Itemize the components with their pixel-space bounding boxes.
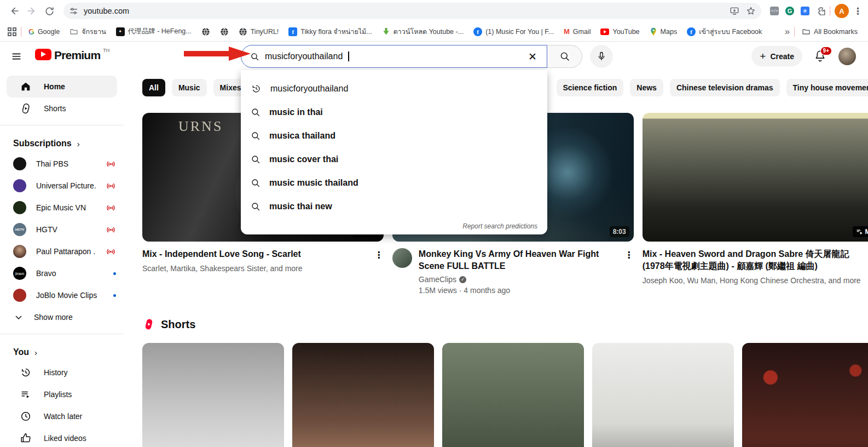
video-menu-icon[interactable]: ⋮ xyxy=(624,248,634,296)
gmail-icon: M xyxy=(564,27,570,36)
video-title[interactable]: Monkey King Vs Army Of Heaven War Fight … xyxy=(419,248,618,272)
download-arrow-icon xyxy=(382,27,390,36)
bookmarks-divider xyxy=(21,27,21,37)
chip-chinese-tv-dramas[interactable]: Chinese television dramas xyxy=(670,79,780,96)
sidebar-item-playlists[interactable]: Playlists xyxy=(7,383,117,405)
chip-news[interactable]: News xyxy=(630,79,663,96)
youtube-premium-logo[interactable]: Premium TH xyxy=(35,49,109,62)
chip-tiny-house[interactable]: Tiny house movement xyxy=(786,79,868,96)
sidebar-channel-paul-pattarapon[interactable]: Paul Pattarapon ... xyxy=(0,240,124,262)
sidebar-channel-joblo[interactable]: JoBlo Movie Clips xyxy=(0,284,124,306)
short-card[interactable] xyxy=(142,343,284,447)
bookmarks-overflow-icon[interactable]: » xyxy=(785,26,790,37)
video-subtitle: Scarlet, Martika, Shakespears Sister, an… xyxy=(142,263,368,274)
bookmark-item[interactable]: f(1) Music For You | F... xyxy=(471,26,557,38)
sidebar-channel-bravo[interactable]: bravo Bravo xyxy=(0,262,124,284)
bookmark-item[interactable]: Maps xyxy=(647,26,680,38)
sidebar-channel-hgtv[interactable]: HGTV HGTV xyxy=(0,219,124,240)
globe-icon xyxy=(239,27,247,36)
suggestion-item[interactable]: music music thailand xyxy=(241,171,547,194)
search-suggestions-dropdown: musicforyouthailand music in thai musica… xyxy=(241,70,547,234)
chip-science-fiction[interactable]: Science fiction xyxy=(557,79,624,96)
chevron-down-icon xyxy=(13,312,24,323)
thumbnail-text: URNS xyxy=(178,118,223,135)
new-content-dot xyxy=(113,272,116,275)
thumbs-up-icon xyxy=(20,432,32,444)
folder-icon xyxy=(802,27,811,36)
reload-icon[interactable] xyxy=(40,2,58,20)
bookmark-item[interactable]: MGmail xyxy=(561,26,594,37)
browser-profile-avatar[interactable]: A xyxy=(835,4,849,18)
search-input[interactable]: musicforyouthailand ✕ xyxy=(241,45,547,68)
create-button[interactable]: + Create xyxy=(751,46,802,66)
sidebar-show-more[interactable]: Show more xyxy=(0,306,124,328)
history-icon xyxy=(20,366,32,379)
search-icon xyxy=(251,131,261,141)
forward-icon[interactable] xyxy=(23,2,40,20)
suggestion-item[interactable]: musicforyouthailand xyxy=(241,77,547,100)
video-thumbnail[interactable]: Mix xyxy=(643,113,868,242)
voice-search-button[interactable] xyxy=(590,45,613,68)
channel-avatar[interactable] xyxy=(392,248,412,268)
sidebar-item-liked-videos[interactable]: Liked videos xyxy=(7,427,117,447)
install-app-icon[interactable] xyxy=(730,6,739,16)
chip-music[interactable]: Music xyxy=(172,79,207,96)
video-card[interactable]: Mix Mix - Heaven Sword and Dragon Sabre … xyxy=(643,113,868,296)
sidebar-channel-epic-music[interactable]: Epic Music VN xyxy=(0,197,124,219)
sidebar-channel-universal[interactable]: Universal Picture... xyxy=(0,175,124,197)
bookmark-item[interactable]: ✦代理品牌 - HeFeng... xyxy=(113,25,194,38)
video-title[interactable]: Mix - Independent Love Song - Scarlet xyxy=(142,248,368,260)
clear-search-icon[interactable]: ✕ xyxy=(524,48,541,65)
video-menu-icon[interactable]: ⋮ xyxy=(374,248,384,274)
bookmark-item[interactable]: fเข้าสู่ระบบ Facebook xyxy=(684,25,765,39)
chip-all[interactable]: All xyxy=(142,79,165,96)
sidebar-channel-thai-pbs[interactable]: Thai PBS xyxy=(0,153,124,175)
notifications-button[interactable]: 9+ xyxy=(813,49,828,64)
browser-menu-icon[interactable]: ⋮ xyxy=(853,5,863,17)
suggestion-item[interactable]: music cover thai xyxy=(241,147,547,171)
site-settings-icon[interactable] xyxy=(69,7,78,16)
sidebar-item-home[interactable]: Home xyxy=(7,76,117,98)
short-card[interactable] xyxy=(742,343,868,447)
bookmark-item[interactable]: fTikky flora จำหน่ายไม้... xyxy=(286,25,374,39)
bookmark-item[interactable] xyxy=(217,26,232,38)
bookmark-item[interactable]: จักรยาน xyxy=(67,25,109,39)
all-bookmarks-button[interactable]: All Bookmarks xyxy=(799,26,860,38)
code-extension-icon[interactable]: </> xyxy=(770,7,779,15)
bookmark-item[interactable] xyxy=(199,26,213,38)
suggestion-item[interactable]: music in thai xyxy=(241,100,547,124)
blue-extension-icon[interactable] xyxy=(801,7,809,15)
bookmark-item[interactable]: GGoogle xyxy=(26,26,62,38)
suggestion-item[interactable]: musica thailand xyxy=(241,124,547,147)
short-card[interactable] xyxy=(292,343,434,447)
sidebar-item-watch-later[interactable]: Watch later xyxy=(7,405,117,427)
channel-avatar xyxy=(13,289,26,302)
you-heading[interactable]: You › xyxy=(0,340,124,362)
divider xyxy=(0,334,124,334)
live-icon xyxy=(106,181,116,191)
url-text: youtube.com xyxy=(84,7,129,15)
apps-grid-icon[interactable] xyxy=(8,27,16,36)
video-title[interactable]: Mix - Heaven Sword and Dragon Sabre 倚天屠龍… xyxy=(643,248,868,272)
bookmark-item[interactable]: TinyURL! xyxy=(236,26,282,38)
extensions-puzzle-icon[interactable] xyxy=(816,6,826,16)
notification-count-badge: 9+ xyxy=(820,47,832,55)
report-predictions-link[interactable]: Report search predictions xyxy=(462,222,537,230)
sidebar-item-shorts[interactable]: Shorts xyxy=(7,98,117,119)
sidebar-item-history[interactable]: History xyxy=(7,362,117,383)
short-card[interactable] xyxy=(442,343,584,447)
search-button[interactable] xyxy=(547,45,582,68)
bookmark-item[interactable]: ดาวน์โหลด Youtube -... xyxy=(379,25,466,39)
hamburger-menu-icon[interactable] xyxy=(8,48,25,65)
grammarly-extension-icon[interactable]: G xyxy=(785,7,794,15)
clock-icon xyxy=(20,410,32,422)
bookmark-item[interactable]: YouTube xyxy=(598,26,642,37)
suggestion-item[interactable]: music thai new xyxy=(241,194,547,218)
url-bar[interactable]: youtube.com xyxy=(63,3,761,19)
short-card[interactable] xyxy=(592,343,734,447)
back-icon[interactable] xyxy=(5,2,23,20)
channel-name[interactable]: GameClips xyxy=(419,275,456,284)
user-avatar[interactable] xyxy=(838,48,856,65)
bookmark-star-icon[interactable] xyxy=(746,6,756,16)
subscriptions-heading[interactable]: Subscriptions › xyxy=(0,131,124,153)
